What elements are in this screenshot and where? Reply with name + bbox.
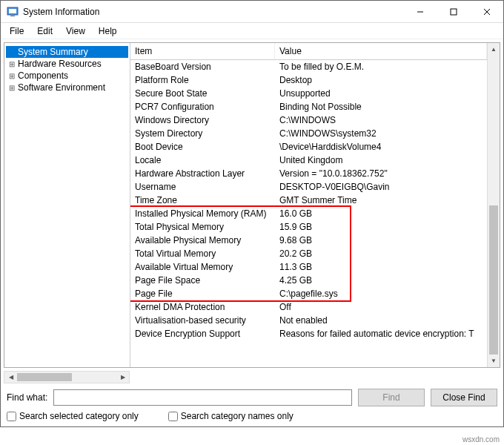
cell-value: DESKTOP-V0EIGBQ\Gavin: [279, 182, 483, 192]
search-selected-category-input[interactable]: [7, 412, 16, 421]
list-row[interactable]: Platform RoleDesktop: [130, 73, 487, 87]
search-options: Search selected category only Search cat…: [1, 409, 503, 426]
list-row[interactable]: UsernameDESKTOP-V0EIGBQ\Gavin: [130, 180, 487, 194]
search-category-names-checkbox[interactable]: Search category names only: [168, 411, 294, 421]
list-row[interactable]: Page FileC:\pagefile.sys: [130, 287, 487, 300]
details-list: Item Value BaseBoard VersionTo be filled…: [130, 43, 487, 367]
scroll-left-arrow-icon[interactable]: ◀: [4, 372, 17, 383]
close-find-button[interactable]: Close Find: [431, 389, 497, 406]
cell-item: Windows Directory: [135, 115, 279, 125]
list-row[interactable]: Time ZoneGMT Summer Time: [130, 194, 487, 207]
cell-value: To be filled by O.E.M.: [279, 62, 483, 72]
scroll-track[interactable]: [488, 56, 500, 355]
tree-expander-icon[interactable]: ⊞: [7, 84, 16, 92]
list-row[interactable]: Page File Space4.25 GB: [130, 274, 487, 287]
menu-edit[interactable]: Edit: [31, 24, 59, 38]
list-row[interactable]: Available Physical Memory9.68 GB: [130, 234, 487, 247]
cell-value: 9.68 GB: [279, 235, 483, 245]
list-row[interactable]: Available Virtual Memory11.3 GB: [130, 260, 487, 274]
close-button[interactable]: [470, 1, 503, 22]
cell-value: C:\WINDOWS: [279, 115, 483, 125]
cell-value: United Kingdom: [279, 155, 483, 165]
column-item[interactable]: Item: [130, 43, 275, 59]
cell-item: Time Zone: [135, 195, 279, 205]
titlebar: System Information: [1, 1, 503, 23]
cell-item: Boot Device: [135, 142, 279, 152]
tree-expander-icon[interactable]: ⊞: [7, 60, 16, 68]
search-category-names-input[interactable]: [168, 412, 178, 421]
cell-item: Available Physical Memory: [135, 235, 279, 245]
search-selected-category-checkbox[interactable]: Search selected category only: [7, 411, 139, 421]
maximize-button[interactable]: [437, 1, 470, 22]
list-row[interactable]: Total Virtual Memory20.2 GB: [130, 247, 487, 260]
cell-item: Device Encryption Support: [135, 329, 279, 339]
cell-value: \Device\HarddiskVolume4: [279, 142, 483, 152]
list-row[interactable]: Device Encryption SupportReasons for fai…: [130, 327, 487, 340]
search-category-names-label: Search category names only: [181, 411, 294, 421]
list-row[interactable]: Windows DirectoryC:\WINDOWS: [130, 113, 487, 127]
vertical-scrollbar[interactable]: ▲ ▼: [487, 43, 500, 367]
cell-value: Desktop: [279, 75, 483, 85]
minimize-button[interactable]: [403, 1, 437, 22]
list-row[interactable]: PCR7 ConfigurationBinding Not Possible: [130, 100, 487, 113]
scroll-down-arrow-icon[interactable]: ▼: [488, 355, 500, 367]
list-rows: BaseBoard VersionTo be filled by O.E.M.P…: [130, 60, 487, 340]
cell-item: Hardware Abstraction Layer: [135, 168, 279, 179]
details-pane: Item Value BaseBoard VersionTo be filled…: [130, 43, 500, 367]
cell-value: Unsupported: [279, 88, 483, 99]
column-value[interactable]: Value: [275, 43, 487, 59]
cell-value: 4.25 GB: [279, 275, 483, 286]
list-row[interactable]: BaseBoard VersionTo be filled by O.E.M.: [130, 60, 487, 73]
list-row[interactable]: LocaleUnited Kingdom: [130, 154, 487, 167]
cell-value: C:\WINDOWS\system32: [279, 128, 483, 139]
svg-rect-4: [451, 9, 457, 15]
hscroll-thumb[interactable]: [17, 373, 72, 381]
cell-item: Available Virtual Memory: [135, 262, 279, 272]
list-row[interactable]: Kernel DMA ProtectionOff: [130, 300, 487, 314]
window-controls: [403, 1, 503, 22]
cell-item: Locale: [135, 155, 279, 165]
cell-item: Platform Role: [135, 75, 279, 85]
list-row[interactable]: Boot Device\Device\HarddiskVolume4: [130, 140, 487, 154]
hscroll-track[interactable]: [17, 372, 116, 383]
system-information-window: System Information File Edit View Help S…: [0, 0, 504, 427]
cell-item: Username: [135, 182, 279, 192]
list-row[interactable]: Virtualisation-based securityNot enabled: [130, 314, 487, 327]
menu-file[interactable]: File: [4, 24, 30, 38]
list-row[interactable]: Installed Physical Memory (RAM)16.0 GB: [130, 207, 487, 220]
svg-rect-2: [10, 16, 15, 16]
search-selected-category-label: Search selected category only: [19, 411, 139, 421]
list-row[interactable]: System DirectoryC:\WINDOWS\system32: [130, 127, 487, 140]
tree-expander-icon[interactable]: ⊞: [7, 72, 16, 80]
tree-horizontal-scrollbar[interactable]: ◀ ▶: [4, 371, 130, 383]
menu-help[interactable]: Help: [93, 24, 123, 38]
scroll-thumb[interactable]: [489, 205, 498, 355]
list-row[interactable]: Total Physical Memory15.9 GB: [130, 220, 487, 234]
tree-item-software-environment[interactable]: ⊞Software Environment: [6, 82, 128, 93]
cell-item: System Directory: [135, 128, 279, 139]
tree-item-components[interactable]: ⊞Components: [6, 70, 128, 82]
cell-item: Secure Boot State: [135, 88, 279, 99]
menubar: File Edit View Help: [1, 23, 503, 39]
horizontal-scroll-area: ◀ ▶: [4, 371, 500, 383]
category-tree[interactable]: System Summary⊞Hardware Resources⊞Compon…: [4, 43, 130, 367]
tree-item-label: System Summary: [18, 47, 88, 57]
cell-value: 20.2 GB: [279, 248, 483, 259]
find-label: Find what:: [7, 392, 47, 403]
find-button[interactable]: Find: [358, 389, 425, 406]
list-row[interactable]: Secure Boot StateUnsupported: [130, 87, 487, 100]
tree-item-hardware-resources[interactable]: ⊞Hardware Resources: [6, 58, 128, 70]
cell-item: Kernel DMA Protection: [135, 302, 279, 312]
tree-item-label: Software Environment: [18, 82, 105, 93]
cell-item: Page File Space: [135, 275, 279, 286]
list-row[interactable]: Hardware Abstraction LayerVersion = "10.…: [130, 167, 487, 180]
find-input[interactable]: [53, 389, 352, 406]
find-bar: Find what: Find Close Find: [1, 386, 503, 409]
cell-item: PCR7 Configuration: [135, 102, 279, 112]
cell-item: Page File: [135, 289, 279, 299]
cell-value: 11.3 GB: [279, 262, 483, 272]
tree-item-system-summary[interactable]: System Summary: [6, 46, 128, 58]
menu-view[interactable]: View: [60, 24, 91, 38]
scroll-up-arrow-icon[interactable]: ▲: [488, 43, 500, 56]
scroll-right-arrow-icon[interactable]: ▶: [116, 372, 129, 383]
